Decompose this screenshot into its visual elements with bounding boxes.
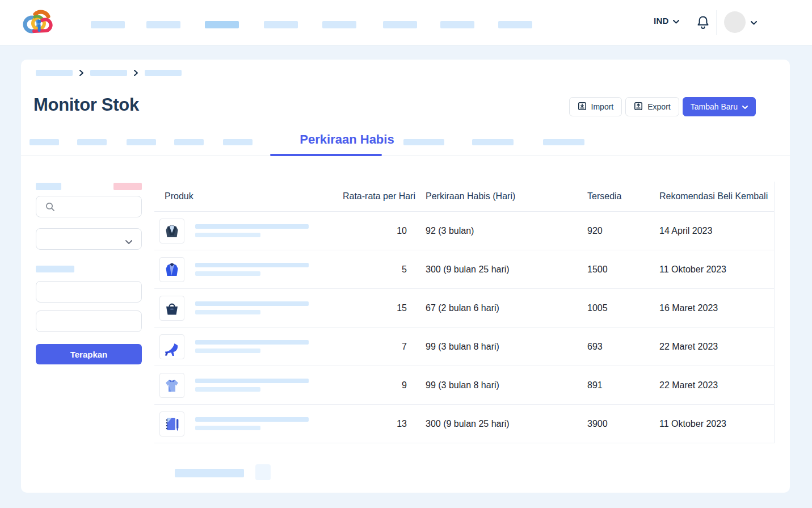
product-image-heel-icon xyxy=(159,334,184,359)
run-out-cell: 99 (3 bulan 8 hari) xyxy=(415,342,577,352)
nav-item-placeholder-1[interactable] xyxy=(91,21,125,28)
nav-item-placeholder-7[interactable] xyxy=(440,21,474,28)
product-image-jacket-icon xyxy=(159,257,184,282)
available-cell: 693 xyxy=(577,342,649,352)
tab-placeholder-7[interactable] xyxy=(472,139,514,145)
tab-placeholder-5[interactable] xyxy=(223,139,253,145)
run-out-cell: 99 (3 bulan 8 hari) xyxy=(415,380,577,391)
language-selector[interactable]: IND xyxy=(654,16,679,26)
filter-label-placeholder xyxy=(36,266,74,272)
nav-item-placeholder-2[interactable] xyxy=(146,21,180,28)
run-out-cell: 67 (2 bulan 6 hari) xyxy=(415,303,577,313)
product-subtitle-placeholder xyxy=(195,387,260,392)
product-subtitle-placeholder xyxy=(195,426,260,430)
col-rata-rata: Rata-rata per Hari xyxy=(342,191,415,201)
breadcrumb-item-placeholder-2[interactable] xyxy=(90,70,127,76)
nav-item-placeholder-6[interactable] xyxy=(383,21,417,28)
filter-field-1[interactable] xyxy=(36,281,142,303)
tab-perkiraan-habis[interactable]: Perkiraan Habis xyxy=(272,132,422,147)
breadcrumb-item-placeholder-3[interactable] xyxy=(145,70,182,76)
page-size-select-placeholder[interactable] xyxy=(255,464,271,480)
avg-per-day-cell: 5 xyxy=(342,265,415,275)
search-icon xyxy=(45,202,55,214)
filter-field-2[interactable] xyxy=(36,310,142,332)
product-subtitle-placeholder xyxy=(195,271,260,276)
avg-per-day-cell: 13 xyxy=(342,419,415,429)
search-input[interactable] xyxy=(36,196,142,217)
filter-reset-placeholder[interactable] xyxy=(113,183,142,190)
export-button[interactable]: Export xyxy=(625,97,679,116)
avatar xyxy=(724,11,746,33)
available-cell: 891 xyxy=(577,380,649,391)
category-select[interactable] xyxy=(36,228,142,250)
tab-placeholder-6[interactable] xyxy=(403,139,444,145)
add-new-label: Tambah Baru xyxy=(691,102,738,111)
available-cell: 1500 xyxy=(577,265,649,275)
restock-date-cell: 22 Maret 2023 xyxy=(649,342,775,352)
product-name-placeholder xyxy=(195,379,309,383)
product-image-suit-icon xyxy=(159,219,184,243)
content-card: Monitor Stok Import xyxy=(21,60,790,493)
chevron-down-icon xyxy=(673,16,679,26)
chevron-right-icon xyxy=(79,70,83,76)
stock-table: Produk Rata-rata per Hari Perkiraan Habi… xyxy=(154,182,775,443)
page-title: Monitor Stok xyxy=(33,95,139,115)
restock-date-cell: 11 Oktober 2023 xyxy=(649,419,775,429)
breadcrumb-item-placeholder-1[interactable] xyxy=(36,70,73,76)
tab-placeholder-1[interactable] xyxy=(30,139,59,145)
col-rekomendasi: Rekomendasi Beli Kembali xyxy=(649,191,775,201)
topbar-divider xyxy=(716,10,717,35)
product-image-handbag-icon xyxy=(159,296,184,321)
table-row: 5 300 (9 bulan 25 hari) 1500 11 Oktober … xyxy=(154,250,774,289)
run-out-cell: 92 (3 bulan) xyxy=(415,226,577,236)
col-perkiraan-habis: Perkiraan Habis (Hari) xyxy=(415,191,577,201)
product-name-placeholder xyxy=(195,417,309,422)
restock-date-cell: 22 Maret 2023 xyxy=(649,380,775,391)
export-label: Export xyxy=(647,102,670,111)
available-cell: 3900 xyxy=(577,419,649,429)
notifications-bell-icon[interactable] xyxy=(696,15,710,30)
restock-date-cell: 16 Maret 2023 xyxy=(649,303,775,313)
top-navbar: IND xyxy=(0,0,812,45)
table-row: 10 92 (3 bulan) 920 14 April 2023 xyxy=(154,212,774,250)
table-header-row: Produk Rata-rata per Hari Perkiraan Habi… xyxy=(154,182,774,212)
available-cell: 920 xyxy=(577,226,649,236)
filter-panel: Terapkan xyxy=(36,183,142,364)
product-image-notebook-icon xyxy=(159,412,184,436)
product-name-placeholder xyxy=(195,263,309,267)
nav-item-placeholder-3-active[interactable] xyxy=(205,21,239,28)
tab-placeholder-8[interactable] xyxy=(543,139,584,145)
nav-item-placeholder-8[interactable] xyxy=(498,21,532,28)
product-subtitle-placeholder xyxy=(195,349,260,353)
export-icon xyxy=(634,102,643,112)
col-tersedia: Tersedia xyxy=(577,191,649,201)
avg-per-day-cell: 15 xyxy=(342,303,415,313)
pagination-info-placeholder xyxy=(175,469,244,477)
product-name-placeholder xyxy=(195,301,309,306)
user-menu[interactable] xyxy=(724,11,757,33)
import-button[interactable]: Import xyxy=(569,97,622,116)
avg-per-day-cell: 10 xyxy=(342,226,415,236)
add-new-button[interactable]: Tambah Baru xyxy=(683,97,756,116)
product-subtitle-placeholder xyxy=(195,233,260,237)
table-row: 15 67 (2 bulan 6 hari) 1005 16 Maret 202… xyxy=(154,289,774,328)
toolbar: Import Export Tambah Baru xyxy=(569,97,756,116)
nav-item-placeholder-4[interactable] xyxy=(264,21,298,28)
tab-placeholder-3[interactable] xyxy=(127,139,156,145)
tab-placeholder-2[interactable] xyxy=(77,139,107,145)
table-row: 7 99 (3 bulan 8 hari) 693 22 Maret 2023 xyxy=(154,328,774,366)
product-subtitle-placeholder xyxy=(195,310,260,314)
import-icon xyxy=(578,102,587,112)
table-row: 9 99 (3 bulan 8 hari) 891 22 Maret 2023 xyxy=(154,366,774,405)
product-name-placeholder xyxy=(195,224,309,229)
nav-item-placeholder-5[interactable] xyxy=(322,21,356,28)
apply-button[interactable]: Terapkan xyxy=(36,344,142,364)
chevron-right-icon xyxy=(134,70,138,76)
language-code: IND xyxy=(654,16,669,26)
tab-placeholder-4[interactable] xyxy=(174,139,204,145)
restock-date-cell: 11 Oktober 2023 xyxy=(649,265,775,275)
page: IND xyxy=(0,0,812,508)
brand-logo-icon[interactable] xyxy=(22,7,57,39)
col-produk: Produk xyxy=(154,191,342,201)
product-image-blouse-icon xyxy=(159,373,184,398)
